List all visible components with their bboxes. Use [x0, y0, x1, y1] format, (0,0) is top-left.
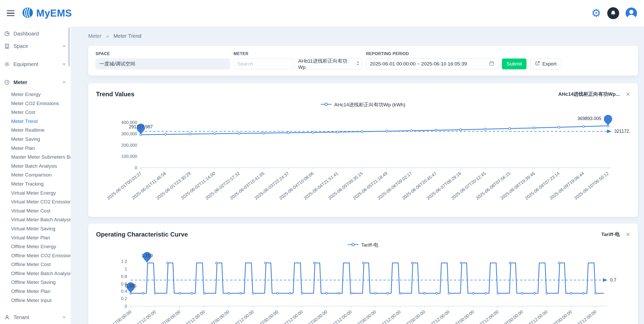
sidebar-subitem-meter-plan[interactable]: Meter Plan	[0, 144, 71, 153]
sidebar-item-label: Space	[13, 43, 28, 49]
sidebar-subitem-offline-meter-input[interactable]: Offline Meter Input	[0, 296, 71, 305]
sidebar-scrollbar[interactable]	[68, 27, 70, 66]
breadcrumb: Meter » Meter Trend	[88, 33, 638, 39]
data-point-dot	[509, 128, 511, 130]
chevron-down-icon	[62, 44, 66, 48]
trend-chart-legend[interactable]: AHc14进线柜正向有功Wp (kWh)	[96, 101, 630, 108]
sidebar-subitem-virtual-meter-cost[interactable]: Virtual Meter Cost	[0, 207, 71, 216]
brand[interactable]: MyEMS	[22, 7, 72, 20]
space-field-group: SPACE	[96, 51, 230, 69]
sidebar-subitem-offline-meter-plan[interactable]: Offline Meter Plan	[0, 287, 71, 296]
data-point-dot	[361, 131, 363, 133]
trend-line-chart[interactable]: 0100,000200,000300,000400,0002025-06-01T…	[96, 110, 630, 214]
sidebar-subitem-virtual-meter-co2-emissions[interactable]: Virtual Meter CO2 Emissions	[0, 197, 71, 207]
meter-select[interactable]: AHb11进线柜正向有功Wp	[294, 58, 362, 69]
meter-label: METER	[233, 51, 362, 56]
myems-logo-icon	[22, 7, 34, 20]
meter-search-input[interactable]	[233, 58, 292, 69]
topbar: MyEMS ⚙	[0, 0, 644, 26]
tariff-chart-legend[interactable]: Tariff-电	[96, 242, 630, 248]
data-point-dot	[277, 292, 279, 294]
data-point-dot	[179, 292, 181, 294]
sidebar-subitem-meter-tracking[interactable]: Meter Tracking	[0, 180, 71, 189]
sidebar-item-space[interactable]: Space	[0, 40, 71, 52]
y-axis-label: 0	[125, 304, 127, 309]
data-point-dot	[484, 128, 486, 130]
chevron-down-icon	[62, 315, 66, 319]
sidebar-subitem-offline-meter-co2-emissions[interactable]: Offline Meter CO2 Emissions	[0, 251, 71, 260]
reporting-period-label: REPORTING PERIOD	[366, 51, 498, 56]
data-point-dot	[203, 292, 205, 294]
sidebar-item-dashboard[interactable]: Dashboard	[0, 27, 71, 40]
sidebar-subitem-meter-batch-analysis[interactable]: Meter Batch Analysis	[0, 162, 71, 171]
data-point-dot	[472, 292, 474, 294]
sidebar-item-meter[interactable]: Meter	[0, 76, 71, 89]
notifications-bell-icon[interactable]	[607, 7, 619, 19]
menu-toggle-button[interactable]	[7, 10, 14, 16]
data-point-dot	[485, 292, 487, 294]
export-button[interactable]: Export	[530, 58, 561, 69]
user-avatar[interactable]	[625, 7, 637, 19]
min-value-label: 0.345	[125, 283, 136, 289]
series-line	[141, 126, 608, 135]
legend-line-icon	[348, 243, 358, 247]
data-point-dot	[240, 292, 242, 294]
operating-curve-card: Operating Characteristic Curve Tariff-电 …	[88, 224, 638, 324]
min-value-label: 291717.987	[129, 124, 153, 129]
data-point-dot	[570, 292, 572, 294]
sidebar-subitem-meter-saving[interactable]: Meter Saving	[0, 135, 71, 144]
sidebar-subitem-meter-trend[interactable]: Meter Trend	[0, 117, 71, 126]
data-point-dot	[166, 262, 168, 264]
breadcrumb-link-meter[interactable]: Meter	[88, 33, 101, 39]
average-line-arrow	[607, 129, 612, 133]
data-point-dot	[312, 131, 314, 134]
sidebar-subitem-virtual-meter-energy[interactable]: Virtual Meter Energy	[0, 189, 71, 198]
data-point-dot	[521, 292, 523, 294]
sidebar-item-tenant[interactable]: Tenant	[0, 311, 71, 323]
select-arrows-icon	[356, 61, 360, 67]
sidebar-subitem-virtual-meter-plan[interactable]: Virtual Meter Plan	[0, 233, 71, 242]
submit-button[interactable]: Submit	[502, 58, 526, 69]
sidebar-subitem-meter-energy[interactable]: Meter Energy	[0, 90, 71, 99]
sidebar-item-label: Meter	[13, 79, 27, 85]
operating-curve-chart[interactable]: 00.20.40.60.811.22025-06-01T00:00:002025…	[96, 250, 630, 324]
tariff-close-icon[interactable]: ×	[626, 231, 630, 238]
space-input[interactable]	[96, 58, 230, 69]
sidebar-subitem-virtual-meter-batch-analysis[interactable]: Virtual Meter Batch Analysis	[0, 215, 71, 224]
sidebar-item-equipment[interactable]: Equipment	[0, 58, 71, 70]
operating-curve-title: Operating Characteristic Curve	[96, 231, 188, 238]
data-point-dot	[214, 133, 216, 135]
data-point-dot	[399, 292, 401, 294]
data-point-dot	[142, 292, 144, 294]
sidebar-subitem-meter-co2-emissions[interactable]: Meter CO2 Emissions	[0, 99, 71, 108]
trend-selected-series-label: AHc14进线柜正向有功Wp...	[558, 91, 620, 98]
data-point-dot	[189, 133, 191, 135]
data-point-dot	[287, 132, 289, 134]
sidebar-subitem-offline-meter-saving[interactable]: Offline Meter Saving	[0, 278, 71, 287]
sidebar-subitem-master-meter-submeters-balance[interactable]: Master Meter Submeters Balance	[0, 153, 71, 162]
sidebar-submenu-meter: Meter EnergyMeter CO2 EmissionsMeter Cos…	[0, 89, 71, 305]
sidebar-subitem-meter-cost[interactable]: Meter Cost	[0, 108, 71, 117]
sidebar-subitem-meter-realtime[interactable]: Meter Realtime	[0, 126, 71, 135]
tariff-legend-label: Tariff-电	[361, 242, 378, 248]
sidebar-subitem-offline-meter-cost[interactable]: Offline Meter Cost	[0, 260, 71, 269]
sidebar-subitem-offline-meter-batch-analysis[interactable]: Offline Meter Batch Analysis	[0, 269, 71, 278]
data-point-dot	[387, 292, 389, 294]
data-point-dot	[326, 292, 327, 294]
trend-legend-label: AHc14进线柜正向有功Wp (kWh)	[334, 101, 405, 108]
data-point-dot	[265, 262, 266, 264]
sidebar-subitem-offline-meter-energy[interactable]: Offline Meter Energy	[0, 242, 71, 251]
data-point-dot	[289, 292, 291, 294]
trend-close-icon[interactable]: ×	[626, 91, 630, 98]
data-point-dot	[238, 132, 240, 135]
y-axis-label: 1.2	[121, 259, 127, 264]
settings-gear-icon[interactable]: ⚙	[591, 8, 601, 19]
sidebar-subitem-meter-comparison[interactable]: Meter Comparison	[0, 171, 71, 180]
reporting-period-input[interactable]: 2025-06-01 00:00:00 ~ 2025-06-10 16:05:3…	[366, 58, 498, 69]
data-point-dot	[263, 132, 265, 134]
sidebar-subitem-virtual-meter-saving[interactable]: Virtual Meter Saving	[0, 224, 71, 233]
data-point-dot	[558, 126, 560, 128]
data-point-dot	[228, 292, 230, 294]
data-point-dot	[460, 262, 462, 264]
series-line	[131, 263, 604, 293]
